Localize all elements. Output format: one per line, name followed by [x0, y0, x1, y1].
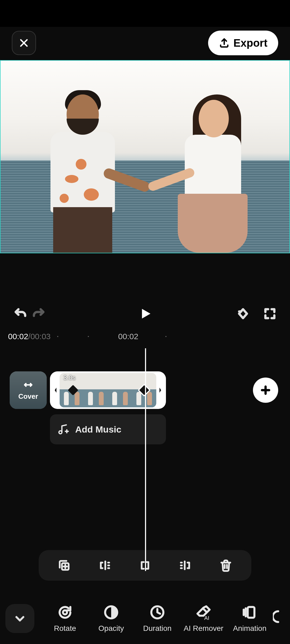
keyframe-button[interactable]	[234, 304, 252, 323]
time-separator: /	[28, 332, 30, 341]
tool-label: Duration	[143, 624, 172, 633]
close-icon	[19, 38, 29, 48]
export-button[interactable]: Export	[208, 31, 278, 55]
tool-duration[interactable]: Duration	[134, 604, 180, 633]
fullscreen-icon	[263, 307, 277, 320]
close-button[interactable]	[12, 31, 36, 55]
add-music-button[interactable]: Add Music	[50, 414, 166, 444]
duplicate-icon	[57, 559, 71, 572]
split-left-icon	[98, 559, 111, 572]
eraser-ai-icon: AI	[195, 604, 212, 620]
tool-label: AI Remover	[184, 624, 223, 633]
timeline-tick	[88, 336, 89, 337]
tool-opacity[interactable]: Opacity	[88, 604, 134, 633]
redo-button[interactable]	[30, 304, 48, 323]
cover-label: Cover	[18, 392, 38, 401]
clip-duration: 3.0s	[63, 374, 75, 382]
chevron-left-icon	[53, 385, 58, 396]
chevron-right-icon	[158, 385, 162, 396]
svg-text:AI: AI	[204, 615, 209, 621]
svg-point-1	[63, 610, 67, 614]
export-label: Export	[233, 37, 267, 49]
add-clip-button[interactable]	[253, 378, 278, 403]
delete-button[interactable]	[215, 555, 237, 576]
animation-icon	[242, 604, 258, 620]
opacity-icon	[103, 604, 119, 620]
undo-button[interactable]	[11, 304, 30, 323]
preview-image	[1, 61, 289, 253]
clip-handle-right[interactable]	[156, 373, 164, 407]
tool-animation[interactable]: Animation	[227, 604, 273, 633]
clock-icon	[149, 604, 165, 620]
split-left-button[interactable]	[94, 555, 115, 576]
split-right-icon	[179, 559, 192, 572]
swap-icon	[23, 380, 34, 391]
partial-icon	[273, 609, 289, 625]
play-button[interactable]	[136, 304, 154, 323]
cover-button[interactable]: Cover	[10, 371, 47, 409]
chevron-down-icon	[14, 613, 26, 624]
timeline-tick	[57, 336, 58, 337]
tool-label: Opacity	[99, 624, 124, 633]
collapse-tools-button[interactable]	[5, 604, 34, 633]
timeline[interactable]: Cover 3.0s	[0, 345, 290, 581]
ruler-mark: 00:02	[118, 332, 138, 341]
status-bar	[0, 0, 290, 27]
play-icon	[138, 306, 152, 321]
undo-icon	[13, 307, 27, 320]
timeline-tick	[165, 336, 166, 337]
clip-handle-left[interactable]	[52, 373, 60, 407]
tool-label: Animation	[233, 624, 267, 633]
music-plus-icon	[57, 423, 69, 435]
tool-label: Rotate	[54, 624, 76, 633]
tool-overflow[interactable]	[273, 609, 289, 628]
plus-icon	[260, 385, 271, 396]
trash-icon	[219, 559, 233, 572]
split-right-button[interactable]	[175, 555, 196, 576]
video-clip[interactable]: 3.0s	[50, 371, 166, 409]
playhead[interactable]	[145, 348, 146, 571]
export-icon	[219, 38, 230, 48]
total-time: 00:03	[30, 332, 50, 341]
current-time: 00:02	[8, 332, 28, 341]
fullscreen-button[interactable]	[260, 304, 279, 323]
video-preview[interactable]	[0, 60, 290, 253]
duplicate-button[interactable]	[53, 555, 75, 576]
add-music-label: Add Music	[75, 424, 121, 435]
keyframe-icon	[236, 307, 250, 320]
redo-icon	[32, 307, 46, 320]
svg-rect-5	[248, 607, 255, 618]
tool-rotate[interactable]: Rotate	[42, 604, 88, 633]
tool-ai-remover[interactable]: AI AI Remover	[180, 604, 227, 633]
rotate-icon	[57, 604, 73, 620]
